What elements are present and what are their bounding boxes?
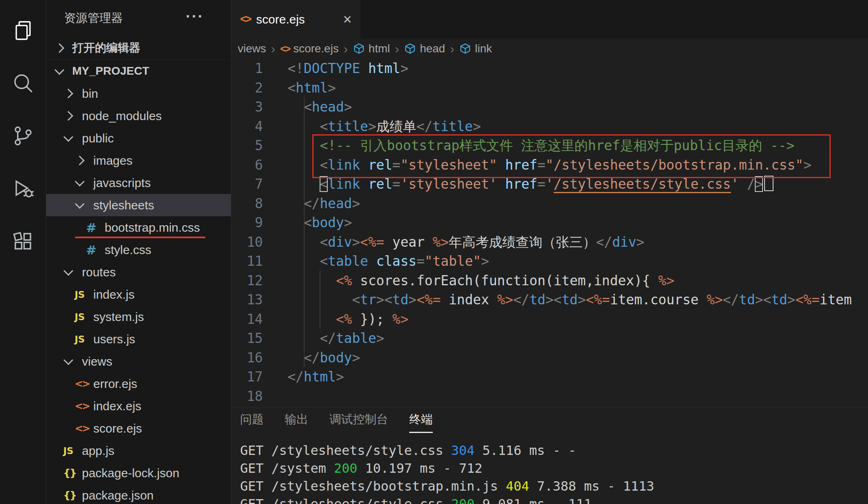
code-line-16[interactable]: 16 </body> [231,348,868,368]
panel-tab-problems[interactable]: 问题 [240,411,264,433]
line-number[interactable]: 5 [231,136,263,155]
tree-item-javascripts[interactable]: javascripts [46,172,231,194]
tree-item-label: error.ejs [92,377,137,391]
tree-item-index-js[interactable]: JSindex.js [46,283,231,306]
tree-item-node-modules[interactable]: node_modules [46,105,231,127]
code-line-3[interactable]: 3 <head> [231,97,868,117]
tree-item-label: node_modules [81,109,162,123]
tree-item-system-js[interactable]: JSsystem.js [46,306,231,328]
line-number[interactable]: 2 [231,78,263,98]
breadcrumb-item-link[interactable]: link [459,42,492,55]
tab-score-ejs[interactable]: <> score.ejs × [231,0,361,39]
activity-extensions-button[interactable] [0,215,46,268]
line-number[interactable]: 17 [231,367,263,387]
line-number[interactable]: 13 [231,290,263,310]
code-line-12[interactable]: 12 <% scores.forEach(function(item,index… [231,271,868,291]
line-number[interactable]: 8 [231,194,263,213]
open-editors-section[interactable]: 打开的编辑器 [46,37,231,60]
line-number[interactable]: 12 [231,271,263,291]
breadcrumb-separator: › [271,41,275,56]
tree-item-label: package-lock.json [81,466,179,480]
chevron-right-icon [75,155,84,165]
tree-item-score-ejs[interactable]: <>score.ejs [46,417,231,439]
tree-item-style-css[interactable]: #style.css [46,239,231,261]
tree-item-package-lock-json[interactable]: {}package-lock.json [46,462,231,484]
line-number[interactable]: 15 [231,329,263,348]
breadcrumb-item-head[interactable]: head [404,42,445,55]
tree-item-stylesheets[interactable]: stylesheets [46,194,231,216]
tree-item-error-ejs[interactable]: <>error.ejs [46,373,231,395]
tree-item-app-js[interactable]: JSapp.js [46,439,231,462]
code-line-text: <table class="table"> [263,252,489,271]
line-number[interactable]: 1 [231,59,263,78]
line-number[interactable]: 18 [231,387,263,406]
code-line-text: <html> [263,78,336,98]
tree-item-views[interactable]: views [46,350,231,373]
code-line-15[interactable]: 15 </table> [231,329,868,348]
line-number[interactable]: 16 [231,348,263,368]
tree-item-label: system.js [92,310,144,324]
code-editor[interactable]: 1<!DOCTYPE html>2<html>3 <head>4 <title>… [231,59,868,407]
tree-item-images[interactable]: images [46,149,231,172]
tree-item-routes[interactable]: routes [46,261,231,283]
panel-tab-terminal[interactable]: 终端 [409,411,433,433]
code-line-7[interactable]: 7 <link rel='stylesheet' href='/styleshe… [231,174,868,194]
tree-item-package-json[interactable]: {}package.json [46,484,231,504]
line-number[interactable]: 4 [231,117,263,136]
code-line-1[interactable]: 1<!DOCTYPE html> [231,59,868,78]
code-line-18[interactable]: 18 [231,387,868,406]
panel-tab-output[interactable]: 输出 [285,411,308,433]
line-number[interactable]: 10 [231,233,263,252]
tree-item-label: routes [81,265,116,279]
activity-run-debug-button[interactable] [0,162,46,215]
more-actions-button[interactable]: ··· [186,8,204,25]
explorer-files-icon [11,19,35,42]
json-file-icon: {} [62,467,81,479]
line-number[interactable]: 9 [231,213,263,233]
sidebar-header: 资源管理器 ··· [46,0,231,37]
ejs-file-icon: <> [74,422,92,434]
close-icon[interactable]: × [343,11,352,28]
project-section-header[interactable]: MY_PROJECT [46,60,231,82]
tree-item-users-js[interactable]: JSusers.js [46,328,231,350]
ejs-file-icon: <> [74,378,92,390]
tree-item-label: index.js [92,288,135,302]
chevron-right-icon [63,111,73,121]
breadcrumb-item-score-ejs[interactable]: <>score.ejs [280,42,339,55]
chevron-down-icon [75,199,84,209]
tree-item-index-ejs[interactable]: <>index.ejs [46,395,231,417]
code-line-9[interactable]: 9 <body> [231,213,868,233]
code-line-10[interactable]: 10 <div><%= year %>年高考成绩查询（张三）</div> [231,233,868,252]
code-line-6[interactable]: 6 <link rel="stylesheet" href="/styleshe… [231,155,868,175]
code-line-4[interactable]: 4 <title>成绩单</title> [231,117,868,136]
terminal-output[interactable]: GET /stylesheets/style.css 304 5.116 ms … [231,437,868,504]
activity-explorer-button[interactable] [0,4,46,57]
tree-item-label: bin [81,87,98,101]
code-line-5[interactable]: 5 <!-- 引入bootstrap样式文件 注意这里的href是相对于publ… [231,136,868,155]
code-line-2[interactable]: 2<html> [231,78,868,98]
line-number[interactable]: 14 [231,310,263,329]
code-line-17[interactable]: 17</html> [231,367,868,387]
tree-item-label: app.js [81,444,114,458]
activity-search-button[interactable] [0,57,46,110]
code-line-14[interactable]: 14 <% }); %> [231,310,868,329]
line-number[interactable]: 7 [231,174,263,194]
code-line-text: <% }); %> [263,310,408,329]
breadcrumb-item-html[interactable]: html [353,42,390,55]
breadcrumb-label: head [420,42,445,55]
tree-item-public[interactable]: public [46,127,231,149]
tree-item-bootstrap-min-css[interactable]: #bootstrap.min.css [46,216,231,239]
code-line-11[interactable]: 11 <table class="table"> [231,252,868,271]
line-number[interactable]: 11 [231,252,263,271]
line-number[interactable]: 6 [231,155,263,175]
panel-tab-debug-console[interactable]: 调试控制台 [329,411,388,433]
code-line-8[interactable]: 8 </head> [231,194,868,213]
line-number[interactable]: 3 [231,97,263,117]
breadcrumb-item-views[interactable]: views [238,42,266,55]
activity-source-control-button[interactable] [0,110,46,162]
tab-label: score.ejs [256,13,305,26]
tree-item-bin[interactable]: bin [46,82,231,105]
code-line-13[interactable]: 13 <tr><td><%= index %></td><td><%=item.… [231,290,868,310]
tree-item-label: style.css [104,243,151,257]
symbol-icon [459,43,471,55]
